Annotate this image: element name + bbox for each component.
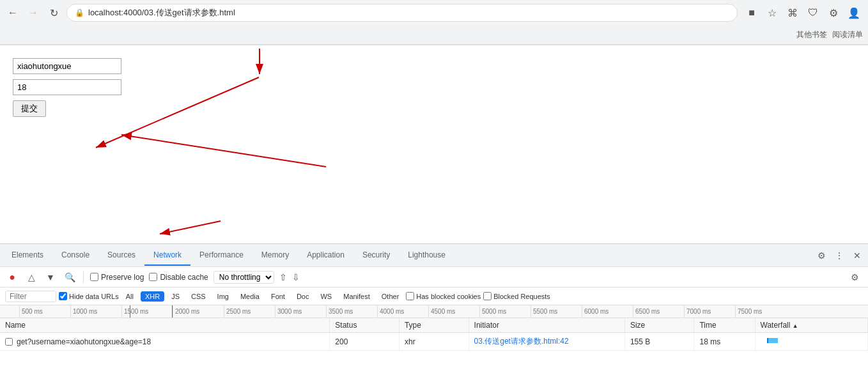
request-name[interactable]: get?username=xiaohutongxue&age=18 bbox=[17, 337, 151, 346]
disable-cache-label[interactable]: Disable cache bbox=[149, 273, 208, 282]
filter-bar: Hide data URLs All XHR JS CSS Img Media … bbox=[0, 288, 868, 305]
filter-media-button[interactable]: Media bbox=[236, 291, 264, 302]
timeline-marker-2 bbox=[172, 305, 173, 318]
age-input[interactable] bbox=[13, 79, 121, 95]
hide-data-urls-checkbox[interactable] bbox=[59, 292, 67, 300]
tab-elements[interactable]: Elements bbox=[3, 245, 52, 266]
toolbar-separator bbox=[83, 272, 84, 283]
svg-line-3 bbox=[160, 221, 221, 234]
download-icon[interactable]: ⇩ bbox=[292, 272, 300, 282]
back-button[interactable]: ← bbox=[5, 5, 20, 20]
reload-button[interactable]: ↻ bbox=[46, 5, 61, 20]
requests-table[interactable]: Name Status Type Initiator Size Time Wat… bbox=[0, 318, 868, 391]
tab-network[interactable]: Network bbox=[144, 245, 190, 266]
filter-input[interactable] bbox=[5, 291, 56, 302]
address-bar[interactable]: 🔒 localhost:4000/03.传送get请求参数.html bbox=[66, 4, 738, 22]
col-initiator[interactable]: Initiator bbox=[469, 318, 624, 333]
browser-chrome: ← → ↻ 🔒 localhost:4000/03.传送get请求参数.html… bbox=[0, 0, 868, 45]
tab-sources[interactable]: Sources bbox=[98, 245, 144, 266]
table-body: get?username=xiaohutongxue&age=18 200 xh… bbox=[0, 333, 868, 351]
toolbar-icons: ■ ☆ ⌘ 🛡 ⚙ 👤 bbox=[743, 4, 863, 22]
lock-icon: 🔒 bbox=[75, 8, 84, 17]
row-checkbox[interactable] bbox=[5, 338, 13, 346]
puzzle-button[interactable]: ⚙ bbox=[825, 4, 842, 22]
upload-icon[interactable]: ⇧ bbox=[279, 272, 287, 282]
reading-list[interactable]: 阅读清单 bbox=[832, 29, 863, 40]
col-status[interactable]: Status bbox=[330, 318, 399, 333]
tab-security[interactable]: Security bbox=[353, 245, 399, 266]
devtools-panel: Elements Console Sources Network Perform… bbox=[0, 243, 868, 391]
col-size[interactable]: Size bbox=[624, 318, 694, 333]
page-content: 提交 bbox=[0, 45, 868, 243]
url-text: localhost:4000/03.传送get请求参数.html bbox=[88, 7, 729, 19]
cell-status: 200 bbox=[330, 333, 399, 351]
filter-icon-button[interactable]: ▼ bbox=[43, 270, 58, 284]
submit-button[interactable]: 提交 bbox=[13, 100, 46, 117]
throttle-select[interactable]: No throttling Fast 3G Slow 3G Offline bbox=[213, 271, 274, 284]
more-options-button[interactable]: ⋮ bbox=[831, 247, 848, 264]
arrows-overlay bbox=[0, 45, 868, 243]
filter-manifest-button[interactable]: Manifest bbox=[339, 291, 375, 302]
filter-css-button[interactable]: CSS bbox=[187, 291, 210, 302]
tab-application[interactable]: Application bbox=[298, 245, 353, 266]
profile-button[interactable]: 👤 bbox=[845, 4, 863, 22]
wifi-button[interactable]: ⌘ bbox=[784, 4, 802, 22]
filter-img-button[interactable]: Img bbox=[213, 291, 233, 302]
filter-doc-button[interactable]: Doc bbox=[292, 291, 314, 302]
has-blocked-cookies-checkbox[interactable] bbox=[406, 292, 414, 300]
has-blocked-cookies-label[interactable]: Has blocked cookies bbox=[406, 292, 481, 300]
forward-button[interactable]: → bbox=[26, 5, 41, 20]
record-button[interactable]: ● bbox=[5, 270, 19, 284]
devtools-actions: ⚙ ⋮ ✕ bbox=[813, 247, 865, 264]
col-time[interactable]: Time bbox=[694, 318, 755, 333]
cell-waterfall bbox=[755, 333, 868, 351]
waterfall-bar bbox=[761, 335, 837, 346]
cell-type: xhr bbox=[399, 333, 469, 351]
network-toolbar: ● △ ▼ 🔍 Preserve log Disable cache No th… bbox=[0, 267, 868, 288]
timeline-marker-1 bbox=[130, 305, 130, 318]
col-waterfall[interactable]: Waterfall bbox=[755, 318, 868, 333]
filter-js-button[interactable]: JS bbox=[167, 291, 184, 302]
disable-cache-checkbox[interactable] bbox=[149, 273, 157, 281]
devtools-tabs: Elements Console Sources Network Perform… bbox=[0, 244, 868, 267]
clear-button[interactable]: △ bbox=[24, 270, 38, 284]
timeline-bar: 500 ms1000 ms1500 ms2000 ms2500 ms3000 m… bbox=[0, 305, 868, 318]
settings-button[interactable]: ⚙ bbox=[813, 247, 830, 264]
network-table: Name Status Type Initiator Size Time Wat… bbox=[0, 318, 868, 351]
extensions-button[interactable]: ■ bbox=[743, 4, 761, 22]
bookmarks-bar: 其他书签 阅读清单 bbox=[0, 26, 868, 45]
table-row[interactable]: get?username=xiaohutongxue&age=18 200 xh… bbox=[0, 333, 868, 351]
filter-other-button[interactable]: Other bbox=[377, 291, 404, 302]
svg-line-4 bbox=[121, 135, 326, 167]
browser-toolbar: ← → ↻ 🔒 localhost:4000/03.传送get请求参数.html… bbox=[0, 0, 868, 26]
blocked-requests-label[interactable]: Blocked Requests bbox=[483, 292, 550, 300]
filter-ws-button[interactable]: WS bbox=[316, 291, 336, 302]
svg-rect-5 bbox=[767, 338, 768, 343]
tab-lighthouse[interactable]: Lighthouse bbox=[399, 245, 454, 266]
other-bookmarks[interactable]: 其他书签 bbox=[796, 29, 827, 40]
tab-performance[interactable]: Performance bbox=[190, 245, 252, 266]
filter-font-button[interactable]: Font bbox=[267, 291, 290, 302]
timeline-markers bbox=[19, 305, 868, 318]
close-devtools-button[interactable]: ✕ bbox=[849, 247, 865, 264]
col-name[interactable]: Name bbox=[0, 318, 330, 333]
preserve-log-checkbox[interactable] bbox=[90, 273, 98, 281]
cell-time: 18 ms bbox=[694, 333, 755, 351]
cell-name: get?username=xiaohutongxue&age=18 bbox=[0, 333, 330, 351]
network-settings-button[interactable]: ⚙ bbox=[846, 269, 863, 286]
filter-all-button[interactable]: All bbox=[121, 291, 138, 302]
bookmark-right: 其他书签 阅读清单 bbox=[796, 29, 863, 40]
favorites-button[interactable]: ☆ bbox=[763, 4, 781, 22]
username-input[interactable] bbox=[13, 58, 121, 74]
hide-data-urls-label[interactable]: Hide data URLs bbox=[59, 292, 119, 300]
blocked-requests-checkbox[interactable] bbox=[483, 292, 492, 300]
col-type[interactable]: Type bbox=[399, 318, 469, 333]
tab-console[interactable]: Console bbox=[52, 245, 98, 266]
filter-xhr-button[interactable]: XHR bbox=[141, 291, 164, 302]
table-header-row: Name Status Type Initiator Size Time Wat… bbox=[0, 318, 868, 333]
initiator-link[interactable]: 03.传送get请求参数.html:42 bbox=[474, 337, 569, 346]
search-network-button[interactable]: 🔍 bbox=[63, 270, 77, 284]
tab-memory[interactable]: Memory bbox=[252, 245, 298, 266]
shield-button[interactable]: 🛡 bbox=[804, 4, 822, 22]
preserve-log-label[interactable]: Preserve log bbox=[90, 273, 144, 282]
